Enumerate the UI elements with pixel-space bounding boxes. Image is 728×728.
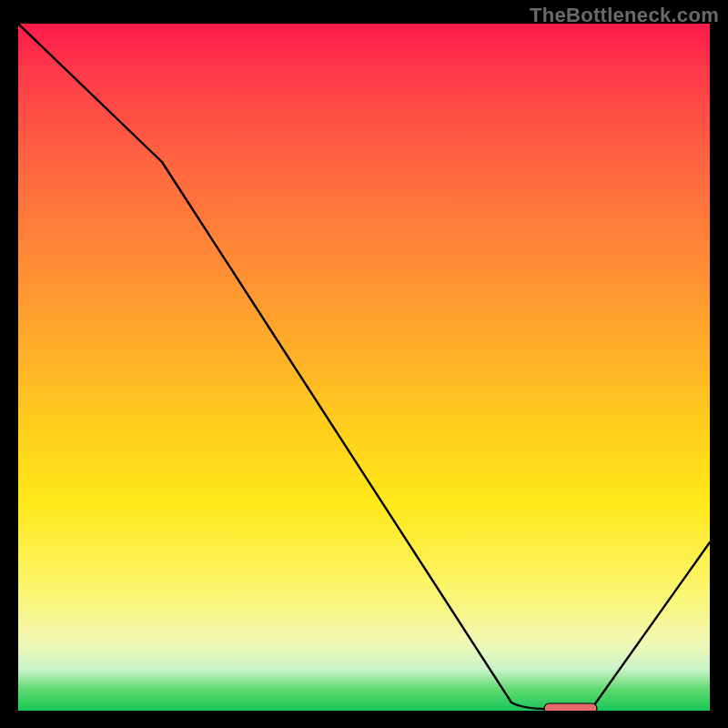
optimum-marker <box>544 703 597 711</box>
curve-svg <box>18 24 710 711</box>
chart-frame: TheBottleneck.com <box>0 0 728 728</box>
plot-area <box>18 24 710 711</box>
bottleneck-curve <box>18 24 710 709</box>
